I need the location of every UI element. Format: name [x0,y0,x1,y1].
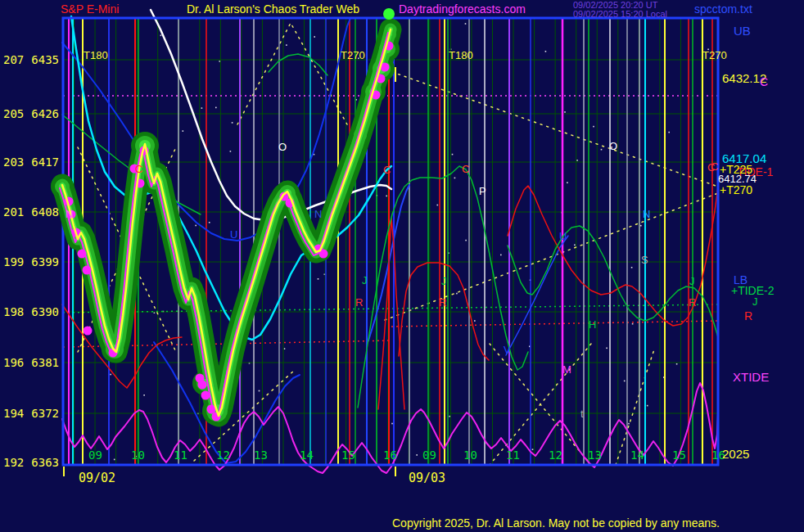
astro-marker: S [641,254,648,266]
star-dot [474,320,476,322]
star-dot [314,36,315,38]
y-axis-osc-value: 198 [3,305,24,318]
y-axis-price-value: 6372 [31,407,59,420]
y-axis-row: 2056426 [0,107,59,120]
star-dot [286,44,287,46]
y-axis-osc-value: 196 [3,356,24,369]
star-dot [606,348,608,349]
y-axis-price-value: 6390 [31,305,59,318]
star-dot [259,390,260,392]
copyright-notice: Copyright 2025, Dr. Al Larson. May not b… [392,517,720,529]
astro-marker: O [278,141,287,153]
star-dot [574,245,576,246]
star-dot [437,205,439,206]
right-margin-label: UB [734,24,751,38]
x-axis-date-label: 09/02 [79,471,115,485]
star-dot [318,278,319,280]
price-magenta-dot [84,327,93,336]
latest-price-dot [383,8,395,20]
star-dot [456,293,458,295]
y-axis-price-value: 6417 [31,156,59,169]
astro-marker: C [383,164,391,176]
astro-marker: t [580,408,584,420]
right-margin-label: J [752,295,758,308]
y-axis-row: 1946372 [0,407,59,420]
y-axis-price-value: 6381 [31,356,59,369]
y-axis-price-value: 6435 [31,53,59,66]
astro-marker: N [65,208,73,220]
star-dot [114,459,115,461]
astro-marker: M [562,363,571,376]
right-margin-label: 2025 [722,447,749,461]
y-axis-osc-value: 205 [3,107,24,120]
star-dot [230,151,232,152]
star-dot [154,312,156,313]
star-dot [631,267,633,268]
star-dot [284,348,286,349]
site-link[interactable]: Daytradingforecasts.com [399,3,526,15]
y-axis-osc-value: 201 [3,205,24,219]
y-axis-row: 1996399 [0,255,59,268]
astro-marker: C [462,163,469,175]
page-title: Dr. Al Larson's Chaos Trader Web [187,3,359,15]
x-axis-hour-label: 09 [422,449,436,462]
star-dot [160,35,162,37]
star-dot [143,394,145,396]
curve-red-sine-right [508,186,718,326]
x-axis-hour-label: 13 [588,449,602,462]
y-axis-osc-value: 192 [3,456,24,469]
astro-marker: T180 [84,49,108,61]
x-axis-hour-label: 13 [254,449,268,462]
symbol-label: S&P E-Mini [61,3,119,15]
x-axis-hour-label: 10 [463,449,477,462]
x-axis-hour-label: 11 [506,449,520,462]
star-dot [416,454,418,456]
x-axis-hour-label: 10 [131,449,145,462]
x-axis-hour-label: 12 [216,449,230,462]
astro-marker: T270 [341,49,365,61]
y-axis-row: 1986390 [0,305,59,318]
astro-marker: U [559,230,567,242]
curve-blue-diag-right [506,236,568,355]
y-axis-price-value: 6399 [31,255,59,268]
star-dot [647,405,648,407]
right-margin-label: XTIDE [733,370,769,384]
star-dot [110,374,111,376]
star-dot [668,132,670,133]
chart-stage: S&P E-Mini Dr. Al Larson's Chaos Trader … [0,0,804,532]
star-dot [624,381,626,382]
astro-marker: T180 [449,49,473,61]
astro-marker: P [479,185,486,197]
star-dot [452,154,454,156]
right-margin-label: +T270 [720,183,752,196]
x-axis-date-label: 09/03 [409,471,445,485]
astro-marker: O [609,140,617,152]
y-axis-row: 1966381 [0,356,59,369]
right-margin-label: R [744,309,752,322]
star-dot [449,416,450,417]
timestamp-local: 09/02/2025 15:20 Local [573,10,667,19]
y-axis-row: 2016408 [0,205,59,219]
astro-marker: J [689,275,695,287]
star-dot [545,51,547,52]
star-dot [500,255,502,256]
star-dot [564,111,566,113]
y-axis-row: 2036417 [0,156,59,169]
data-file-link[interactable]: spcctom.txt [694,3,752,15]
y-axis-osc-value: 199 [3,255,24,268]
astro-marker: H [589,318,596,331]
x-axis-hour-label: 14 [630,449,644,462]
y-axis-row: 2076435 [0,53,59,66]
astro-marker: R [439,296,446,309]
price-magenta-dot [198,381,207,390]
y-axis-osc-value: 207 [3,53,24,66]
x-axis-hour-label: 11 [174,449,187,462]
star-dot [628,423,630,425]
y-axis-price-value: 6363 [31,456,59,469]
x-axis-hour-label: 09 [88,449,102,462]
astro-marker: C [135,163,142,175]
astro-marker: T270 [702,49,727,61]
astro-marker: J [441,275,447,287]
star-dot [601,149,603,151]
star-dot [183,130,184,132]
